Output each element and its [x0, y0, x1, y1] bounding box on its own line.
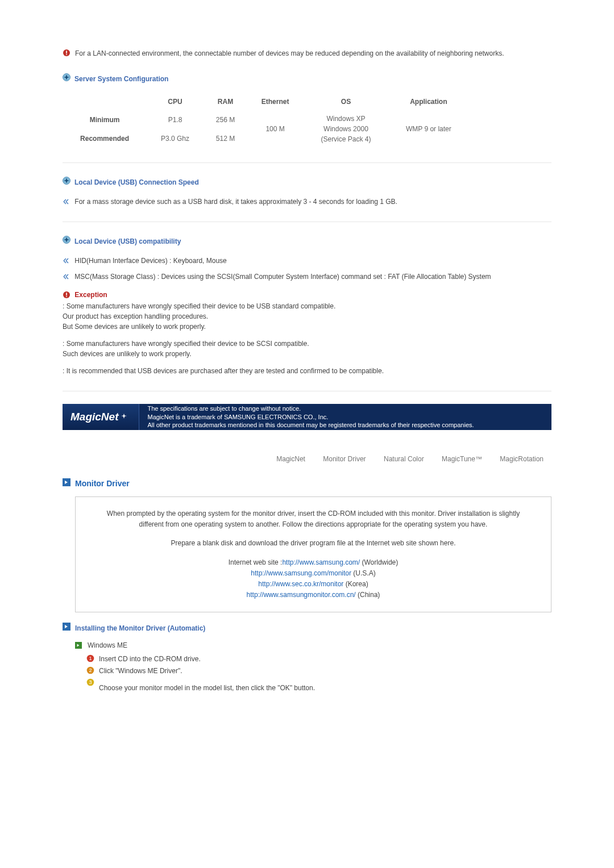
arrow-right-small-icon: [75, 642, 82, 649]
exception-3: : It is recommended that USB devices are…: [63, 366, 551, 376]
hid-row: HID(Human Interface Devices) : Keyboard,…: [63, 256, 551, 266]
divider: [63, 162, 551, 163]
usb-compat-title: Local Device (USB) compatibility: [74, 236, 181, 247]
col-ethernet: Ethernet: [247, 93, 303, 110]
alert-icon: [63, 291, 70, 299]
svg-text:1: 1: [89, 656, 92, 661]
link-ww-tag: (Worldwide): [360, 558, 398, 566]
link-kr-tag: (Korea): [343, 580, 368, 588]
box-intro: When prompted by the operating system fo…: [96, 508, 530, 530]
os-line2: Windows 2000: [310, 124, 382, 134]
link-us-tag: (U.S.A): [351, 569, 376, 577]
link-china[interactable]: http://www.samsungmonitor.com.cn/: [247, 591, 356, 599]
magicnet-logo: MagicNet: [63, 404, 139, 430]
exception-title: Exception: [74, 291, 107, 299]
tab-magicnet[interactable]: MagicNet: [276, 455, 305, 463]
server-config-title: Server System Configuration: [74, 74, 168, 84]
step-2-text: Click "Windows ME Driver".: [99, 667, 182, 675]
usb-speed-body: For a mass storage device such as a USB …: [74, 198, 397, 206]
rec-cpu: P3.0 Ghz: [147, 129, 204, 148]
svg-rect-2: [66, 54, 67, 55]
step-number-2-icon: 2: [86, 666, 94, 674]
usb-compat-heading: Local Device (USB) compatibility: [63, 236, 551, 247]
plus-icon: [63, 236, 74, 247]
svg-text:2: 2: [89, 667, 92, 673]
install-auto-heading: Installing the Monitor Driver (Automatic…: [63, 623, 551, 633]
link-cn-tag: (China): [356, 591, 380, 599]
col-os: OS: [303, 93, 389, 110]
msc-row: MSC(Mass Storage Class) : Devices using …: [63, 272, 551, 282]
link-usa[interactable]: http://www.samsung.com/monitor: [251, 569, 351, 577]
magicnet-banner: MagicNet The specifications are subject …: [63, 404, 551, 430]
col-application: Application: [389, 93, 468, 110]
min-cpu: P1.8: [147, 110, 204, 129]
plus-icon: [63, 73, 74, 84]
banner-line1: The specifications are subject to change…: [147, 404, 474, 413]
sparkle-icon: [119, 412, 128, 422]
ethernet-val: 100 M: [247, 110, 303, 148]
os-winme-label: Windows ME: [88, 640, 127, 650]
tab-magictune[interactable]: MagicTune™: [442, 455, 482, 463]
svg-text:3: 3: [89, 679, 92, 685]
min-ram: 256 M: [204, 110, 247, 129]
server-config-heading: Server System Configuration: [63, 73, 551, 84]
box-prepare: Prepare a blank disk and download the dr…: [96, 538, 530, 549]
hid-text: HID(Human Interface Devices) : Keyboard,…: [74, 257, 226, 265]
svg-rect-7: [66, 293, 67, 295]
chevron-icon: [63, 273, 74, 281]
exception-heading: Exception: [63, 290, 551, 300]
chevron-icon: [63, 198, 74, 206]
lan-note-text: For a LAN-connected environment, the con…: [75, 48, 504, 59]
install-auto-title: Installing the Monitor Driver (Automatic…: [75, 623, 205, 633]
divider: [63, 391, 551, 391]
row-recommended: Recommended: [63, 129, 147, 148]
os-winme-row: Windows ME: [75, 640, 551, 650]
exception-2: : Some manufacturers have wrongly specif…: [63, 339, 551, 359]
monitor-driver-heading: Monitor Driver: [63, 478, 551, 490]
usb-speed-body-row: For a mass storage device such as a USB …: [63, 197, 551, 207]
os-line1: Windows XP: [310, 114, 382, 124]
monitor-driver-title: Monitor Driver: [75, 478, 130, 490]
step-number-3-icon: 3: [86, 678, 94, 686]
install-steps: 1 Insert CD into the CD-ROM drive. 2 Cli…: [63, 654, 551, 676]
divider: [63, 222, 551, 222]
usb-speed-heading: Local Device (USB) Connection Speed: [63, 177, 551, 187]
site-label: Internet web site :: [229, 558, 283, 566]
magicnet-logo-text: MagicNet: [70, 409, 118, 425]
exception-1: : Some manufacturers have wrongly specif…: [63, 301, 551, 332]
tab-links: MagicNet Monitor Driver Natural Color Ma…: [63, 454, 551, 464]
step-number-1-icon: 1: [86, 654, 94, 662]
arrow-right-icon: [63, 478, 75, 490]
step-1-text: Insert CD into the CD-ROM drive.: [99, 655, 201, 663]
banner-line2: MagicNet is a trademark of SAMSUNG ELECT…: [147, 413, 474, 422]
alert-icon: [63, 49, 70, 60]
arrow-right-icon: [63, 623, 75, 633]
step-2: 2 Click "Windows ME Driver".: [86, 666, 551, 676]
monitor-driver-box: When prompted by the operating system fo…: [75, 496, 551, 612]
svg-rect-8: [66, 296, 67, 297]
msc-text: MSC(Mass Storage Class) : Devices using …: [74, 273, 491, 281]
link-worldwide[interactable]: http://www.samsung.com/: [282, 558, 360, 566]
tab-natural-color[interactable]: Natural Color: [384, 455, 424, 463]
rec-ram: 512 M: [204, 129, 247, 148]
col-ram: RAM: [204, 93, 247, 110]
chevron-icon: [63, 257, 74, 265]
tab-monitor-driver[interactable]: Monitor Driver: [323, 455, 366, 463]
lan-note: For a LAN-connected environment, the con…: [63, 48, 551, 60]
step-1: 1 Insert CD into the CD-ROM drive.: [86, 654, 551, 664]
svg-rect-1: [66, 51, 67, 53]
tab-magicrotation[interactable]: MagicRotation: [500, 455, 544, 463]
row-minimum: Minimum: [63, 110, 147, 129]
magicnet-text: The specifications are subject to change…: [139, 401, 482, 433]
col-cpu: CPU: [147, 93, 204, 110]
os-line3: (Service Pack 4): [310, 134, 382, 144]
app-val: WMP 9 or later: [389, 110, 468, 148]
step-3-body: Choose your monitor model in the model l…: [99, 683, 551, 693]
server-config-table: CPU RAM Ethernet OS Application Minimum …: [63, 93, 468, 148]
usb-speed-title: Local Device (USB) Connection Speed: [74, 177, 199, 187]
plus-icon: [63, 177, 74, 187]
os-val: Windows XP Windows 2000 (Service Pack 4): [303, 110, 389, 148]
box-links: Internet web site :http://www.samsung.co…: [96, 557, 530, 601]
link-korea[interactable]: http://www.sec.co.kr/monitor: [258, 580, 343, 588]
banner-line3: All other product trademarks mentioned i…: [147, 421, 474, 429]
